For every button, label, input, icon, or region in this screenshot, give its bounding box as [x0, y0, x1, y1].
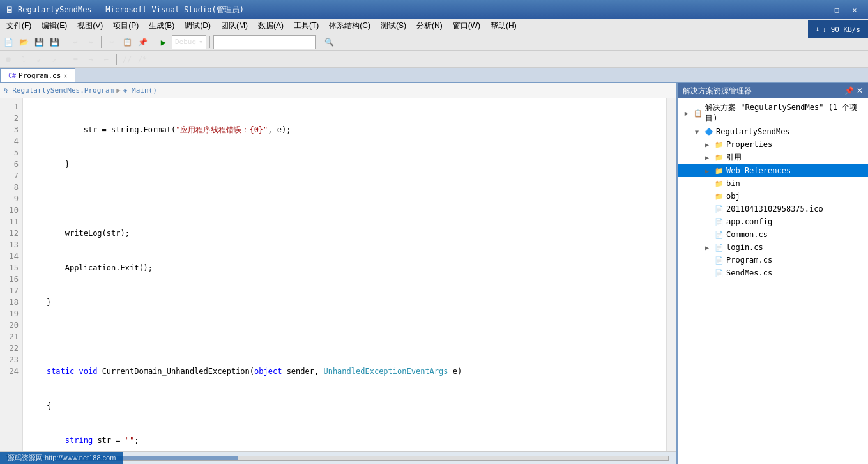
format-button[interactable]: ≡ — [68, 52, 82, 66]
tree-arrow-4[interactable]: ▶ — [702, 167, 712, 174]
tree-icon-solution-0: 📋 — [693, 108, 704, 118]
tree-item-8[interactable]: 📄app.config — [678, 215, 868, 228]
solution-explorer: 解决方案资源管理器 📌 ✕ ▶📋解决方案 "RegularlySendMes" … — [676, 83, 868, 464]
editor-scrollbar[interactable] — [666, 98, 676, 451]
outdent-button[interactable]: ← — [99, 52, 113, 66]
menu-item-a[interactable]: 数据(A) — [253, 19, 289, 33]
tab-program-cs[interactable]: C# Program.cs ✕ — [0, 68, 75, 82]
tree-item-2[interactable]: ▶📁Properties — [678, 138, 868, 151]
close-button[interactable]: ✕ — [846, 3, 863, 16]
tree-icon-file-12: 📄 — [713, 268, 725, 278]
se-close-button[interactable]: ✕ — [857, 86, 863, 95]
breadcrumb-separator: ▶ — [116, 86, 121, 95]
debug-config-dropdown[interactable]: Debug ▾ — [172, 35, 206, 49]
breadcrumb-bar: § RegularlySendMes.Program ▶ ◈ Main() — [0, 83, 676, 98]
indent-button[interactable]: → — [84, 52, 98, 66]
sep6 — [65, 54, 65, 65]
tree-item-6[interactable]: 📁obj — [678, 190, 868, 203]
step-in-button[interactable]: ↙ — [32, 52, 46, 66]
tree-item-7[interactable]: 📄20110413102958375.ico — [678, 203, 868, 215]
debug-config-label: Debug — [175, 38, 196, 46]
watermark: 源码资源网 http://www.net188.com — [0, 452, 123, 464]
paste-button[interactable]: 📌 — [135, 35, 149, 49]
tree-label-10: login.cs — [726, 243, 763, 252]
open-button[interactable]: 📂 — [17, 35, 31, 49]
tree-arrow-0[interactable]: ▶ — [681, 110, 692, 117]
run-button[interactable]: ▶ — [156, 35, 171, 49]
tree-item-0[interactable]: ▶📋解决方案 "RegularlySendMes" (1 个项目) — [678, 101, 868, 125]
tree-arrow-10[interactable]: ▶ — [702, 244, 712, 251]
comment-button[interactable]: // — [120, 52, 134, 66]
maximize-button[interactable]: □ — [828, 3, 845, 16]
menu-item-t[interactable]: 工具(T) — [289, 19, 324, 33]
menu-item-w[interactable]: 窗口(W) — [448, 19, 485, 33]
network-icon: ⬇ — [816, 26, 820, 34]
save-all-button[interactable]: 💾 — [47, 35, 61, 49]
tree-item-11[interactable]: 📄Program.cs — [678, 254, 868, 267]
toolbar-secondary: ⏺ ⤵ ↙ ↗ ≡ → ← // /* — [0, 51, 868, 68]
search-input[interactable] — [213, 35, 316, 49]
tree-item-10[interactable]: ▶📄login.cs — [678, 241, 868, 254]
tree-arrow-2[interactable]: ▶ — [702, 141, 712, 148]
window-controls: − □ ✕ — [811, 3, 863, 16]
save-button[interactable]: 💾 — [32, 35, 46, 49]
menu-item-f[interactable]: 文件(F) — [1, 19, 36, 33]
tree-arrow-3[interactable]: ▶ — [702, 154, 712, 161]
menu-item-d[interactable]: 调试(D) — [179, 19, 216, 33]
chevron-down-icon: ▾ — [199, 38, 203, 46]
menu-item-c[interactable]: 体系结构(C) — [324, 19, 376, 33]
uncomment-button[interactable]: /* — [135, 52, 149, 66]
minimize-button[interactable]: − — [811, 3, 827, 16]
step-over-button[interactable]: ⤵ — [17, 52, 31, 66]
tree-item-12[interactable]: 📄SendMes.cs — [678, 267, 868, 279]
sep4 — [209, 36, 210, 48]
titlebar: 🖥 RegularlySendMes - Microsoft Visual St… — [0, 0, 868, 19]
se-controls: 📌 ✕ — [844, 86, 863, 95]
tree-icon-project-1: 🔷 — [703, 127, 715, 137]
menu-item-h[interactable]: 帮助(H) — [485, 19, 522, 33]
se-pin-button[interactable]: 📌 — [844, 86, 854, 95]
sep1 — [65, 36, 65, 48]
breadcrumb-right: ◈ Main() — [123, 86, 157, 95]
undo-button[interactable]: ↩ — [68, 35, 82, 49]
find-button[interactable]: 🔍 — [323, 35, 337, 49]
menu-item-m[interactable]: 团队(M) — [216, 19, 253, 33]
step-out-button[interactable]: ↗ — [47, 52, 61, 66]
redo-button[interactable]: ↪ — [84, 35, 98, 49]
tree-icon-folder-4: 📁 — [713, 166, 725, 176]
menu-item-p[interactable]: 项目(P) — [108, 19, 144, 33]
breakpoint-button[interactable]: ⏺ — [1, 52, 15, 66]
toolbar-main: 📄 📂 💾 💾 ↩ ↪ ✂ 📋 📌 ▶ Debug ▾ 🔍 — [0, 33, 868, 51]
tree-icon-file-7: 📄 — [713, 204, 725, 214]
tree-icon-folder-6: 📁 — [713, 191, 725, 201]
menu-item-b[interactable]: 生成(B) — [144, 19, 179, 33]
new-file-button[interactable]: 📄 — [1, 35, 15, 49]
cut-button[interactable]: ✂ — [105, 35, 119, 49]
tree-icon-file-9: 📄 — [713, 229, 725, 240]
menu-item-v[interactable]: 视图(V) — [72, 19, 108, 33]
breadcrumb-left: § RegularlySendMes.Program — [4, 86, 114, 95]
solution-explorer-header: 解决方案资源管理器 📌 ✕ — [678, 83, 868, 98]
code-editor[interactable]: str = string.Format("应用程序线程错误：{0}", e); … — [23, 98, 666, 451]
tree-item-5[interactable]: 📁bin — [678, 177, 868, 190]
tree-item-3[interactable]: ▶📁引用 — [678, 151, 868, 164]
tree-icon-file-11: 📄 — [713, 255, 725, 265]
menu-item-n[interactable]: 分析(N) — [411, 19, 448, 33]
sep5 — [319, 36, 319, 48]
sep3 — [153, 36, 153, 48]
tree-item-4[interactable]: ▶📁Web References — [678, 164, 868, 177]
tree-icon-folder-2: 📁 — [713, 139, 725, 150]
tree-label-1: RegularlySendMes — [716, 127, 790, 136]
menu-item-e[interactable]: 编辑(E) — [36, 19, 72, 33]
tree-arrow-1[interactable]: ▼ — [692, 128, 702, 135]
tab-label: Program.cs — [19, 72, 61, 80]
tree-item-9[interactable]: 📄Common.cs — [678, 228, 868, 241]
tab-close-button[interactable]: ✕ — [63, 72, 67, 79]
app-title: RegularlySendMes - Microsoft Visual Stud… — [18, 4, 244, 15]
tree-label-9: Common.cs — [726, 230, 768, 239]
menu-item-s[interactable]: 测试(S) — [376, 19, 411, 33]
menubar: 文件(F)编辑(E)视图(V)项目(P)生成(B)调试(D)团队(M)数据(A)… — [0, 19, 868, 33]
tree-item-1[interactable]: ▼🔷RegularlySendMes — [678, 125, 868, 138]
code-container: 123456789101112131415161718192021222324 … — [0, 98, 676, 451]
copy-button[interactable]: 📋 — [120, 35, 134, 49]
